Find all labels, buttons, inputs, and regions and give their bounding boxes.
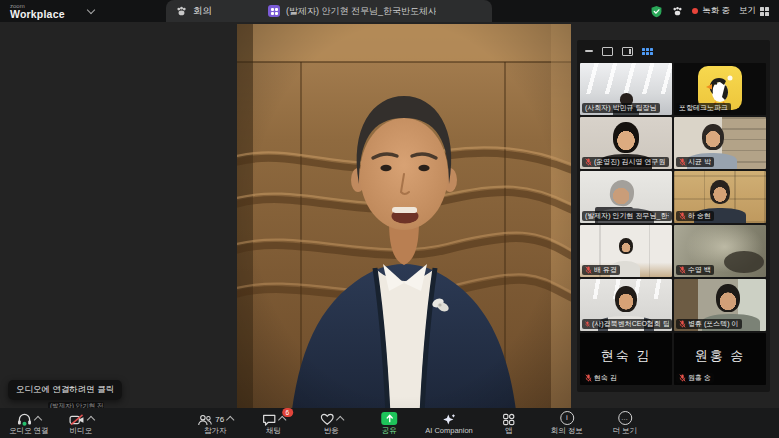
muted-mic-icon xyxy=(585,374,592,382)
chat-badge: 6 xyxy=(282,408,293,417)
headset-icon xyxy=(17,413,32,426)
muted-mic-icon xyxy=(585,266,592,274)
participant-grid: (사회자) 박민규 팀장님포항테크노파크(운영진) 김시영 연구원시균 박(발제… xyxy=(577,60,770,388)
audio-tooltip-text: 오디오에 연결하려면 클릭 xyxy=(16,384,114,394)
participant-tile[interactable]: (운영진) 김시영 연구원 xyxy=(580,117,672,169)
more-label: 더 보기 xyxy=(612,427,637,435)
participant-head xyxy=(702,124,724,150)
zoom-meeting-window: zoom Workplace 회의 (발제자) 안기현 전무님_한국반도체사 xyxy=(0,0,779,438)
brand-workplace: Workplace xyxy=(10,9,65,20)
participant-nameplate: (사회자) 박민규 팀장님 xyxy=(582,103,660,113)
heart-icon xyxy=(320,413,334,426)
participant-name: 원홍 송 xyxy=(688,374,711,382)
video-background xyxy=(580,63,672,94)
muted-mic-icon xyxy=(679,158,686,166)
meeting-toolbar: 오디오 연결 비디오 xyxy=(0,408,779,438)
apps-icon xyxy=(502,413,515,426)
participant-tile[interactable]: (사)경북벤처CEO협회 팀장 정슬기 xyxy=(580,279,672,331)
shield-check-icon[interactable] xyxy=(650,5,663,18)
participant-tile[interactable]: 원홍 송원홍 송 xyxy=(674,333,766,385)
muted-mic-icon xyxy=(679,320,686,328)
participant-tile[interactable]: 배 유경 xyxy=(580,225,672,277)
participant-name: 현숙 김 xyxy=(594,374,617,382)
paw-icon xyxy=(176,6,187,17)
participant-tile[interactable]: 병휴 (포스텍) 이 xyxy=(674,279,766,331)
shared-app-icon xyxy=(268,5,280,17)
participants-count: 76 xyxy=(215,415,224,424)
participant-nameplate: 시균 박 xyxy=(676,157,714,167)
participant-tile[interactable]: 시균 박 xyxy=(674,117,766,169)
muted-mic-icon xyxy=(679,212,686,220)
participant-nameplate: (운영진) 김시영 연구원 xyxy=(582,157,669,167)
participant-head xyxy=(710,180,730,204)
view-grid-icon xyxy=(760,7,769,16)
ai-companion-button[interactable]: AI Companion xyxy=(422,408,476,438)
share-screen-button[interactable]: 공유 xyxy=(364,408,414,438)
muted-mic-icon xyxy=(585,320,590,328)
participant-nameplate: 하 승현 xyxy=(676,211,714,221)
participant-name: (발제자) 안기현 전무님_한국반도체사... xyxy=(585,212,669,220)
participant-nameplate: 병휴 (포스텍) 이 xyxy=(676,319,742,329)
participant-tile[interactable]: (발제자) 안기현 전무님_한국반도체사... xyxy=(580,171,672,223)
chevron-up-icon[interactable] xyxy=(335,416,343,424)
participant-name: 수영 백 xyxy=(688,266,711,274)
chevron-up-icon[interactable] xyxy=(277,416,285,424)
tab-meeting[interactable]: 회의 (발제자) 안기현 전무님_한국반도체사 xyxy=(166,0,492,22)
active-speaker-video[interactable] xyxy=(237,24,571,438)
join-audio-button[interactable]: 오디오 연결 xyxy=(4,408,54,438)
participant-tile[interactable]: 수영 백 xyxy=(674,225,766,277)
participants-icon xyxy=(197,414,212,426)
chevron-up-icon[interactable] xyxy=(226,416,234,424)
participant-tile[interactable]: 하 승현 xyxy=(674,171,766,223)
participant-name: 시균 박 xyxy=(688,158,711,166)
view-button[interactable]: 보기 xyxy=(739,5,769,17)
participant-tile[interactable]: 현숙 김현숙 김 xyxy=(580,333,672,385)
chevron-down-icon xyxy=(86,6,94,14)
speaker-video-frame xyxy=(237,24,571,438)
reactions-button[interactable]: 반응 xyxy=(306,408,356,438)
chat-icon xyxy=(262,413,276,426)
gallery-grid-icon[interactable] xyxy=(642,48,653,55)
share-screen-icon xyxy=(381,412,397,425)
start-video-button[interactable]: 비디오 xyxy=(56,408,106,438)
more-button[interactable]: … 더 보기 xyxy=(600,408,650,438)
video-label: 비디오 xyxy=(70,427,93,435)
participants-button[interactable]: 76 참가자 xyxy=(190,408,240,438)
video-off-icon xyxy=(69,414,85,426)
share-label: 공유 xyxy=(382,427,397,435)
participant-head xyxy=(613,122,639,153)
muted-mic-icon xyxy=(585,158,592,166)
chat-button[interactable]: 6 채팅 xyxy=(248,408,298,438)
record-dot-icon xyxy=(692,8,698,14)
muted-mic-icon xyxy=(679,374,686,382)
muted-mic-icon xyxy=(679,266,686,274)
recording-label: 녹화 중 xyxy=(702,5,730,17)
participant-name: 배 유경 xyxy=(594,266,617,274)
meeting-tab-title: (발제자) 안기현 전무님_한국반도체사 xyxy=(286,5,436,18)
participant-tile[interactable]: (사회자) 박민규 팀장님 xyxy=(580,63,672,115)
participant-nameplate: 배 유경 xyxy=(582,265,620,275)
minimize-strip-icon[interactable] xyxy=(585,50,593,52)
speaker-view-icon[interactable] xyxy=(602,47,613,56)
info-icon: i xyxy=(560,411,574,425)
workplace-menu[interactable]: zoom Workplace xyxy=(0,3,160,20)
puffin-illustration xyxy=(703,71,737,105)
participant-nameplate: (발제자) 안기현 전무님_한국반도체사... xyxy=(582,211,672,221)
recording-indicator[interactable]: 녹화 중 xyxy=(692,5,730,17)
apps-button[interactable]: 앱 xyxy=(484,408,534,438)
paw-icon[interactable] xyxy=(672,6,683,17)
chat-label: 채팅 xyxy=(266,427,281,435)
participant-name: (사회자) 박민규 팀장님 xyxy=(585,104,657,112)
participant-tile[interactable]: 포항테크노파크 xyxy=(674,63,766,115)
participants-label: 참가자 xyxy=(204,427,227,435)
chevron-up-icon[interactable] xyxy=(86,416,94,424)
participant-head xyxy=(619,238,633,254)
audio-tooltip: 오디오에 연결하려면 클릭 xyxy=(8,380,122,400)
chevron-up-icon[interactable] xyxy=(34,416,42,424)
sidebar-view-icon[interactable] xyxy=(622,47,633,56)
participant-name: (사)경북벤처CEO협회 팀장 정슬기 xyxy=(592,320,669,328)
participant-name: 포항테크노파크 xyxy=(679,104,728,112)
apps-label: 앱 xyxy=(505,427,513,435)
meeting-info-button[interactable]: i 회의 정보 xyxy=(542,408,592,438)
participants-panel: (사회자) 박민규 팀장님포항테크노파크(운영진) 김시영 연구원시균 박(발제… xyxy=(577,40,770,392)
